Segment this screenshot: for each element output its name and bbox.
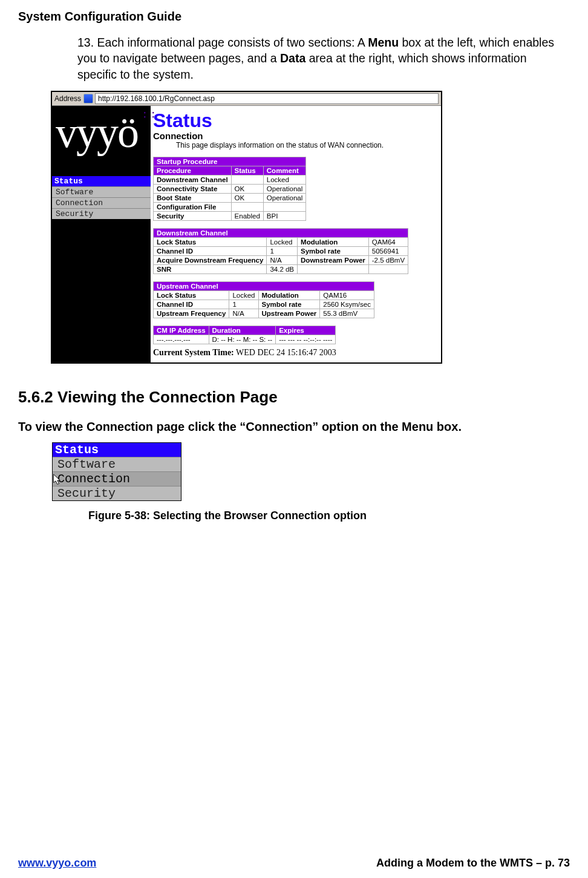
address-url[interactable]: http://192.168.100.1/RgConnect.asp [95, 93, 439, 104]
figure-1: Address http://192.168.100.1/RgConnect.a… [51, 91, 570, 364]
paragraph-13: 13. Each informational page consists of … [77, 34, 561, 82]
startup-col-comment: Comment [263, 166, 305, 175]
startup-col-status: Status [231, 166, 263, 175]
menu2-item-connection-label: Connection [57, 472, 130, 486]
startup-section-header: Startup Procedure [154, 157, 306, 166]
table-row: Acquire Downstream Frequency [154, 255, 267, 264]
upstream-channel-table: Upstream Channel Lock StatusLockedModula… [153, 281, 374, 318]
table-row: Configuration File [154, 202, 232, 211]
menu-header-status[interactable]: Status [52, 176, 151, 186]
figure-2-caption: Figure 5-38: Selecting the Browser Conne… [88, 509, 570, 522]
para-prefix: 13. Each informational page consists of … [77, 36, 368, 49]
current-system-time: Current System Time: WED DEC 24 15:16:47… [153, 348, 439, 358]
section-heading-5-6-2: 5.6.2 Viewing the Connection Page [18, 388, 570, 407]
downstream-section-header: Downstream Channel [154, 228, 408, 237]
connection-subtext: This page displays information on the st… [176, 141, 439, 149]
table-row: Boot State [154, 193, 232, 202]
footer-link-vyyo[interactable]: www.vyyo.com [18, 857, 96, 870]
table-row: Connectivity State [154, 184, 232, 193]
menu-item-software[interactable]: Software [52, 186, 151, 197]
page-footer: www.vyyo.com Adding a Modem to the WMTS … [18, 857, 570, 870]
footer-page-info: Adding a Modem to the WMTS – p. 73 [376, 857, 570, 870]
table-row: Security [154, 211, 232, 220]
lease-col-duration: Duration [209, 326, 276, 335]
table-row: Upstream Frequency [154, 309, 229, 318]
table-row: Downstream Channel [154, 175, 232, 184]
menu2-item-connection[interactable]: Connection [53, 471, 181, 486]
upstream-section-header: Upstream Channel [154, 281, 374, 290]
logo-dots-icon: • •• • [143, 111, 157, 119]
table-row: Channel ID [154, 246, 267, 255]
document-title: System Configuration Guide [18, 10, 570, 24]
lease-ip-value: ---.---.---.--- [154, 335, 209, 344]
connection-instruction: To view the Connection page click the “C… [18, 420, 570, 434]
downstream-channel-table: Downstream Channel Lock StatusLockedModu… [153, 228, 408, 274]
figure-2: Status Software Connection Security [52, 442, 570, 501]
lease-col-expires: Expires [276, 326, 336, 335]
para-bold-data: Data [280, 51, 305, 65]
address-bar: Address http://192.168.100.1/RgConnect.a… [52, 92, 441, 106]
vyyo-logo: vyyö • •• • [52, 106, 151, 154]
systime-value: WED DEC 24 15:16:47 2003 [234, 348, 336, 357]
para-bold-menu: Menu [368, 36, 399, 49]
table-row: SNR [154, 264, 267, 274]
menu-item-connection[interactable]: Connection [52, 197, 151, 208]
ie-page-icon [83, 94, 93, 103]
vyyo-logo-text: vyyö [56, 108, 138, 157]
connection-heading: Connection [153, 131, 439, 141]
systime-label: Current System Time: [153, 348, 234, 357]
status-menu: Status Software Connection Security [52, 176, 151, 219]
table-row: Lock Status [154, 237, 267, 246]
lease-expires-value: --- --- -- --:--:-- ---- [276, 335, 336, 344]
table-row: Lock Status [154, 290, 229, 300]
startup-procedure-table: Startup Procedure Procedure Status Comme… [153, 157, 306, 221]
address-label: Address [54, 94, 81, 103]
menu2-item-security[interactable]: Security [53, 486, 181, 500]
menu2-item-software[interactable]: Software [53, 457, 181, 471]
table-row: Channel ID [154, 300, 229, 309]
menu-item-security[interactable]: Security [52, 208, 151, 219]
menu2-header-status[interactable]: Status [53, 443, 181, 457]
lease-col-ip: CM IP Address [154, 326, 209, 335]
lease-duration-value: D: -- H: -- M: -- S: -- [209, 335, 276, 344]
lease-table: CM IP Address Duration Expires ---.---.-… [153, 326, 336, 344]
startup-col-procedure: Procedure [154, 166, 232, 175]
status-heading: Status [153, 110, 439, 132]
